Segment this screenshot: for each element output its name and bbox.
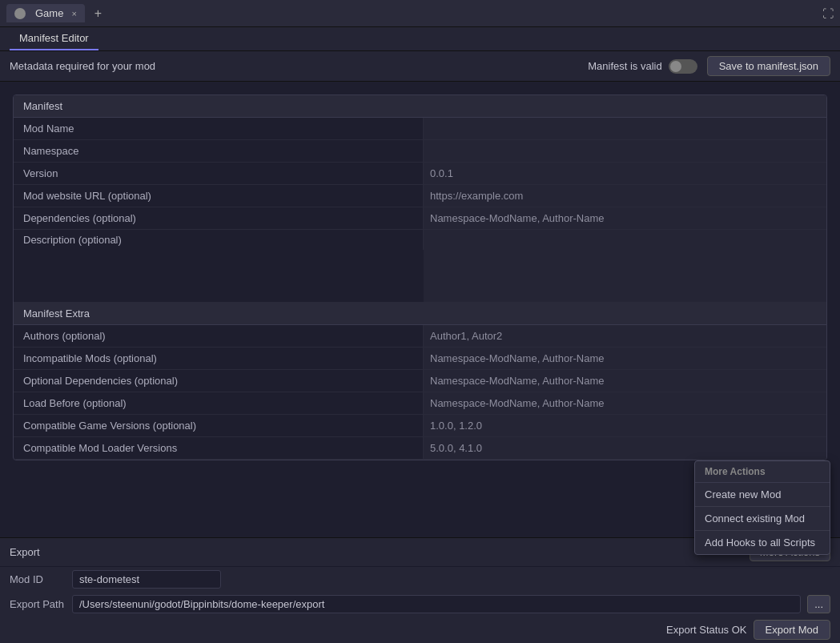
game-versions-label: Compatible Game Versions (optional): [14, 415, 424, 436]
form-row-dependencies: Dependencies (optional): [14, 207, 826, 230]
dropdown-header: More Actions: [695, 461, 830, 483]
dependencies-label: Dependencies (optional): [14, 207, 424, 229]
version-label: Version: [14, 163, 424, 184]
tab-close-button[interactable]: ×: [71, 9, 76, 18]
form-row-game-versions: Compatible Game Versions (optional): [14, 415, 826, 437]
mod-name-input[interactable]: [424, 118, 826, 139]
namespace-input[interactable]: [424, 140, 826, 162]
incompatible-input[interactable]: [424, 348, 826, 369]
namespace-label: Namespace: [14, 140, 424, 162]
website-input[interactable]: [424, 185, 826, 207]
game-tab[interactable]: Game ×: [6, 4, 85, 22]
form-row-loader-versions: Compatible Mod Loader Versions: [14, 437, 826, 460]
export-status-text: Export Status OK: [666, 624, 746, 636]
optional-deps-label: Optional Dependencies (optional): [14, 370, 424, 392]
manifest-section-header: Manifest: [14, 95, 826, 118]
form-scroll-area: Manifest Mod Name Namespace Version Mod …: [6, 88, 834, 467]
more-actions-dropdown: More Actions Create new Mod Connect exis…: [694, 460, 830, 555]
manifest-valid-label: Manifest is valid: [588, 60, 661, 72]
create-new-mod-item[interactable]: Create new Mod: [695, 483, 830, 507]
maximize-button[interactable]: ⛶: [822, 7, 834, 20]
new-tab-button[interactable]: +: [90, 5, 107, 22]
description-input[interactable]: [424, 230, 826, 302]
form-row-mod-name: Mod Name: [14, 118, 826, 140]
incompatible-label: Incompatible Mods (optional): [14, 348, 424, 369]
loader-versions-input[interactable]: [424, 437, 826, 459]
form-row-description: Description (optional): [14, 230, 826, 303]
manifest-valid-toggle[interactable]: [669, 59, 697, 74]
loader-versions-label: Compatible Mod Loader Versions: [14, 437, 424, 459]
export-path-input[interactable]: [72, 595, 801, 613]
load-before-input[interactable]: [424, 392, 826, 414]
website-label: Mod website URL (optional): [14, 185, 424, 207]
mod-id-input[interactable]: [72, 570, 221, 589]
form-row-website: Mod website URL (optional): [14, 185, 826, 207]
mod-name-label: Mod Name: [14, 118, 424, 139]
metadata-label: Metadata required for your mod: [10, 60, 155, 72]
export-path-row: Export Path ... Create new Mod Connect e…: [0, 592, 840, 617]
connect-existing-mod-item[interactable]: Connect existing Mod: [695, 507, 830, 531]
version-input[interactable]: [424, 163, 826, 184]
form-row-incompatible: Incompatible Mods (optional): [14, 348, 826, 370]
form-row-version: Version: [14, 163, 826, 185]
mod-id-label: Mod ID: [10, 573, 66, 585]
optional-deps-input[interactable]: [424, 370, 826, 392]
form-row-namespace: Namespace: [14, 140, 826, 163]
authors-label: Authors (optional): [14, 325, 424, 347]
manifest-extra-section-header: Manifest Extra: [14, 303, 826, 325]
load-before-label: Load Before (optional): [14, 392, 424, 414]
editor-tab-bar: Manifest Editor: [0, 27, 840, 51]
manifest-valid-area: Manifest is valid: [588, 59, 697, 74]
game-versions-input[interactable]: [424, 415, 826, 436]
tab-label: Game: [35, 7, 63, 19]
export-label: Export: [10, 546, 40, 558]
form-row-authors: Authors (optional): [14, 325, 826, 348]
toolbar: Metadata required for your mod Manifest …: [0, 51, 840, 82]
form-row-optional-deps: Optional Dependencies (optional): [14, 370, 826, 392]
add-hooks-item[interactable]: Add Hooks to all Scripts: [695, 531, 830, 554]
toggle-knob: [670, 61, 681, 72]
save-button[interactable]: Save to manifest.json: [707, 56, 830, 76]
tab-icon: [14, 8, 26, 19]
form-row-load-before: Load Before (optional): [14, 392, 826, 415]
status-row: Export Status OK Export Mod: [0, 617, 840, 643]
dependencies-input[interactable]: [424, 207, 826, 229]
description-label: Description (optional): [14, 230, 424, 250]
export-path-label: Export Path: [10, 598, 66, 610]
export-mod-button[interactable]: Export Mod: [754, 620, 830, 640]
manifest-editor-tab[interactable]: Manifest Editor: [10, 27, 98, 50]
mod-id-row: Mod ID: [0, 567, 840, 592]
authors-input[interactable]: [424, 325, 826, 347]
manifest-form: Manifest Mod Name Namespace Version Mod …: [13, 94, 827, 460]
title-bar: Game × + ⛶: [0, 0, 840, 27]
browse-button[interactable]: ...: [807, 595, 830, 613]
